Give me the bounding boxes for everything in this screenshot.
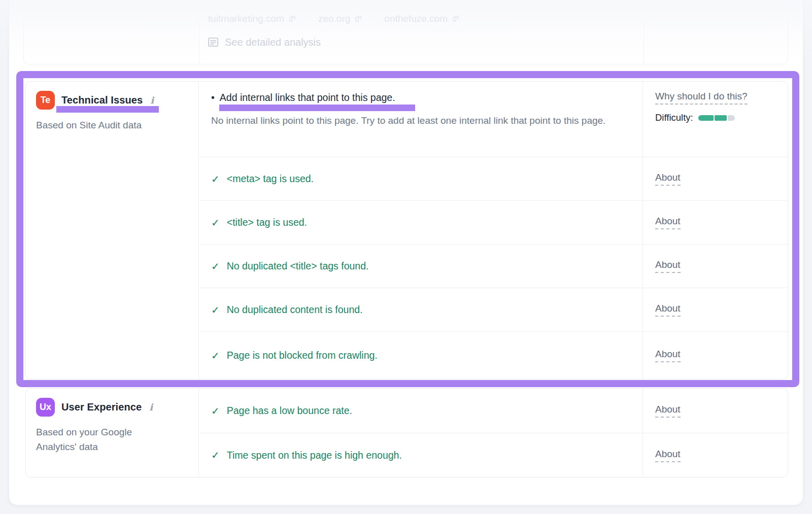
check-icon xyxy=(211,450,220,460)
about-link[interactable]: About xyxy=(655,404,681,418)
check-row: <title> tag is used. About xyxy=(199,201,788,245)
check-icon xyxy=(211,305,220,315)
bullet-icon: • xyxy=(211,92,215,103)
check-icon xyxy=(211,406,220,416)
check-text: No duplicated content is found. xyxy=(227,304,363,316)
check-row: <meta> tag is used. About xyxy=(199,157,788,201)
column-divider xyxy=(199,20,199,64)
check-text: Time spent on this page is high enough. xyxy=(227,450,402,461)
about-link[interactable]: About xyxy=(655,303,681,317)
advice-text: •Add internal links that point to this p… xyxy=(211,92,630,104)
previous-section-row: See detailed analysis xyxy=(23,20,788,64)
section-subtitle: Based on your Google Analytics' data xyxy=(36,425,158,454)
section-technical-issues: Te Technical Issues i Based on Site Audi… xyxy=(25,81,788,380)
about-link[interactable]: About xyxy=(655,349,681,362)
check-text: <title> tag is used. xyxy=(227,217,307,228)
check-icon xyxy=(211,218,220,228)
check-icon xyxy=(211,174,220,184)
advice-row: •Add internal links that point to this p… xyxy=(199,82,788,157)
technical-issues-badge: Te xyxy=(36,91,55,110)
see-detailed-analysis-link[interactable]: See detailed analysis xyxy=(208,37,321,48)
info-icon[interactable]: i xyxy=(150,95,154,106)
check-row: Time spent on this page is high enough. … xyxy=(199,433,788,477)
section-subtitle: Based on Site Audit data xyxy=(36,118,188,132)
user-experience-badge: Ux xyxy=(36,398,55,417)
about-link[interactable]: About xyxy=(655,449,681,462)
report-icon xyxy=(208,37,219,48)
section-user-experience: Ux User Experience i Based on your Googl… xyxy=(25,388,788,477)
technical-issues-header: Te Technical Issues i Based on Site Audi… xyxy=(26,82,199,379)
check-icon xyxy=(211,351,220,361)
highlight-underline xyxy=(56,106,159,113)
check-text: <meta> tag is used. xyxy=(227,173,314,185)
why-should-link[interactable]: Why should I do this? xyxy=(655,91,748,105)
difficulty-label: Difficulty: xyxy=(655,112,693,123)
column-divider xyxy=(644,20,644,64)
about-link[interactable]: About xyxy=(655,172,681,186)
check-icon xyxy=(211,261,220,271)
check-text: Page is not blocked from crawling. xyxy=(227,350,378,361)
check-text: No duplicated <title> tags found. xyxy=(227,260,369,272)
section-title: User Experience xyxy=(61,401,142,413)
check-row: No duplicated content is found. About xyxy=(199,288,788,332)
advice-description: No internal links point to this page. Tr… xyxy=(211,114,623,128)
difficulty: Difficulty: xyxy=(655,112,788,123)
check-text: Page has a low bounce rate. xyxy=(227,405,352,417)
info-icon[interactable]: i xyxy=(149,402,153,413)
advice-side-panel: Why should I do this? Difficulty: xyxy=(642,82,788,157)
check-row: Page is not blocked from crawling. About xyxy=(199,332,788,379)
user-experience-header: Ux User Experience i Based on your Googl… xyxy=(26,389,199,477)
check-row: Page has a low bounce rate. About xyxy=(199,389,788,433)
section-title: Technical Issues xyxy=(61,94,143,106)
see-detailed-analysis-label: See detailed analysis xyxy=(225,37,321,48)
about-link[interactable]: About xyxy=(655,216,681,229)
highlight-underline xyxy=(219,105,415,111)
about-link[interactable]: About xyxy=(655,259,681,273)
difficulty-bar xyxy=(698,115,735,121)
page: tuitmarketing.com zeo.org onthefuze.com … xyxy=(0,0,812,514)
check-row: No duplicated <title> tags found. About xyxy=(199,245,788,288)
